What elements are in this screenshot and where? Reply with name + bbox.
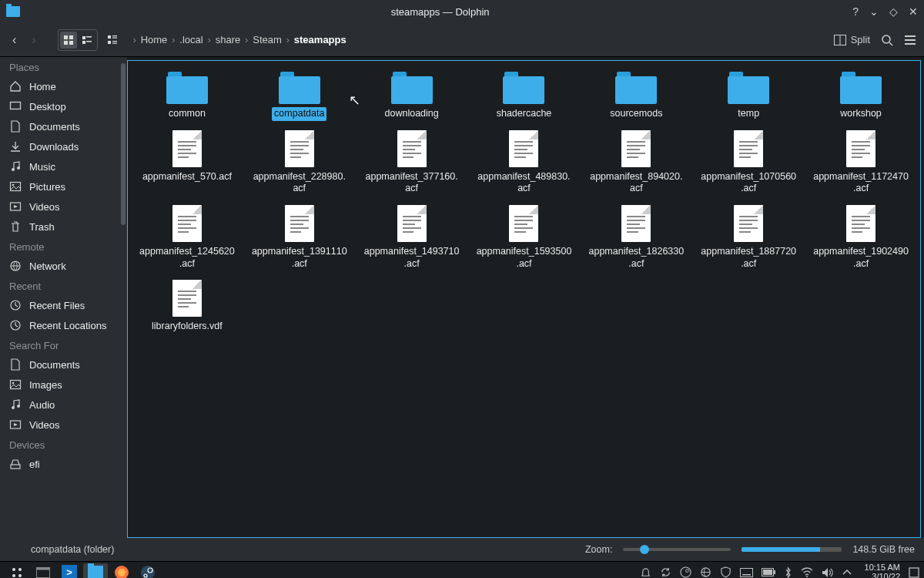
file-item[interactable]: appmanifest_1172470.acf	[806, 127, 916, 199]
detail-view-button[interactable]	[104, 32, 121, 49]
file-item[interactable]: appmanifest_489830.acf	[470, 127, 579, 199]
svg-rect-7	[86, 41, 92, 42]
forward-button[interactable]: ›	[27, 30, 40, 50]
search-button[interactable]	[881, 34, 893, 46]
sidebar-item-efi[interactable]: efi	[0, 454, 127, 474]
volume-icon[interactable]	[822, 567, 834, 578]
folder-item[interactable]: sourcemods	[581, 69, 691, 124]
clock-icon	[9, 319, 22, 331]
sidebar-item-label: Videos	[29, 419, 60, 431]
task-manager-button[interactable]	[31, 563, 55, 579]
sidebar-item-recent-locations[interactable]: Recent Locations	[0, 315, 127, 335]
file-item[interactable]: appmanifest_894020.acf	[581, 127, 691, 199]
sidebar-item-desktop[interactable]: Desktop	[0, 96, 127, 116]
sidebar-item-trash[interactable]: Trash	[0, 217, 127, 237]
breadcrumb-steamapps[interactable]: steamapps	[294, 34, 346, 45]
icon-view-button[interactable]	[60, 32, 77, 49]
shield-icon[interactable]	[720, 566, 732, 578]
sidebar-item-pictures[interactable]: Pictures	[0, 176, 127, 197]
item-label: appmanifest_1172470.acf	[811, 170, 911, 196]
svg-rect-9	[112, 35, 117, 36]
breadcrumb-.local[interactable]: .local	[179, 34, 203, 45]
documents-icon	[9, 120, 22, 133]
folder-item[interactable]: workshop	[806, 69, 916, 124]
sidebar-item-audio[interactable]: Audio	[0, 395, 127, 415]
file-item[interactable]: appmanifest_228980.acf	[245, 127, 354, 199]
battery-icon[interactable]	[762, 568, 775, 576]
file-view[interactable]: commoncompatdatadownloadingshadercacheso…	[127, 60, 921, 538]
text-file-icon	[509, 130, 538, 167]
file-item[interactable]: appmanifest_1593500.acf	[470, 202, 579, 274]
file-item[interactable]: appmanifest_1070560.acf	[694, 127, 803, 199]
zoom-slider[interactable]	[623, 548, 731, 551]
minimize-button[interactable]: ⌄	[869, 5, 879, 18]
music-icon	[9, 398, 22, 411]
folder-item[interactable]: shadercache	[470, 69, 579, 124]
file-item[interactable]: appmanifest_1391110.acf	[245, 202, 354, 274]
sidebar-scrollbar[interactable]	[121, 63, 126, 225]
file-item[interactable]: appmanifest_1493710.acf	[357, 202, 467, 274]
documents-icon	[9, 358, 22, 371]
svg-point-43	[118, 569, 126, 576]
file-item[interactable]: appmanifest_377160.acf	[357, 127, 467, 199]
svg-point-48	[685, 570, 688, 573]
folder-icon	[391, 72, 433, 104]
file-item[interactable]: appmanifest_1826330.acf	[581, 202, 691, 274]
wifi-icon[interactable]	[801, 567, 813, 577]
file-item[interactable]: appmanifest_570.acf	[132, 127, 242, 199]
breadcrumb-separator: ›	[245, 35, 248, 45]
show-desktop-button[interactable]	[909, 567, 919, 578]
compact-view-button[interactable]	[79, 32, 95, 49]
file-item[interactable]: appmanifest_1887720.acf	[694, 202, 803, 274]
taskbar-dolphin[interactable]	[83, 563, 108, 579]
sidebar-item-label: efi	[29, 459, 40, 470]
breadcrumb-separator: ›	[286, 35, 290, 45]
sidebar-item-home[interactable]: Home	[0, 76, 127, 96]
bluetooth-icon[interactable]	[784, 566, 792, 579]
hamburger-menu-button[interactable]	[904, 35, 916, 45]
taskbar-steam[interactable]	[136, 563, 160, 579]
item-label: appmanifest_228980.acf	[249, 170, 350, 196]
item-label: compatdata	[272, 107, 326, 121]
svg-line-17	[889, 42, 892, 45]
update-icon[interactable]	[660, 566, 671, 578]
sidebar-item-downloads[interactable]: Downloads	[0, 136, 127, 156]
folder-item[interactable]: temp	[694, 69, 803, 124]
file-item[interactable]: appmanifest_1245620.acf	[132, 202, 242, 274]
taskbar-discover[interactable]: >	[57, 563, 82, 579]
app-launcher-button[interactable]	[5, 563, 29, 579]
steam-icon[interactable]	[680, 566, 691, 578]
status-bar: compatdata (folder) Zoom: 148.5 GiB free	[0, 538, 924, 561]
close-button[interactable]: ✕	[909, 5, 918, 18]
toolbar: ‹ › ›Home›.local›share›Steam›steamapps S…	[0, 23, 924, 57]
sidebar-item-videos[interactable]: Videos	[0, 415, 127, 435]
breadcrumb-home[interactable]: Home	[141, 34, 168, 45]
sidebar-item-images[interactable]: Images	[0, 375, 127, 395]
sidebar-item-music[interactable]: Music	[0, 156, 127, 176]
chevron-up-icon[interactable]	[842, 570, 852, 576]
breadcrumb-share[interactable]: share	[216, 34, 241, 45]
sidebar-item-recent-files[interactable]: Recent Files	[0, 295, 127, 315]
maximize-button[interactable]: ◇	[889, 5, 898, 18]
keyboard-icon[interactable]	[740, 568, 753, 577]
folder-item[interactable]: common	[132, 69, 242, 124]
file-item[interactable]: libraryfolders.vdf	[132, 277, 242, 337]
item-label: temp	[735, 107, 762, 121]
bell-icon[interactable]	[640, 566, 651, 578]
folder-item[interactable]: compatdata	[245, 69, 354, 124]
back-button[interactable]: ‹	[8, 30, 21, 50]
file-item[interactable]: appmanifest_1902490.acf	[806, 202, 916, 274]
sidebar-item-documents[interactable]: Documents	[0, 116, 127, 136]
globe-icon[interactable]	[700, 566, 711, 578]
system-tray: 10:15 AM3/10/22	[640, 563, 919, 578]
folder-item[interactable]: downloading	[357, 69, 467, 124]
taskbar-firefox[interactable]	[109, 563, 134, 579]
sidebar-item-network[interactable]: Network	[0, 256, 127, 276]
sidebar-item-documents[interactable]: Documents	[0, 355, 127, 375]
help-button[interactable]: ?	[852, 5, 859, 18]
clock[interactable]: 10:15 AM3/10/22	[865, 563, 900, 578]
split-button[interactable]: Split	[834, 34, 870, 45]
breadcrumb-steam[interactable]: Steam	[253, 34, 282, 45]
sidebar-item-videos[interactable]: Videos	[0, 197, 127, 217]
item-label: appmanifest_1493710.acf	[362, 245, 462, 271]
